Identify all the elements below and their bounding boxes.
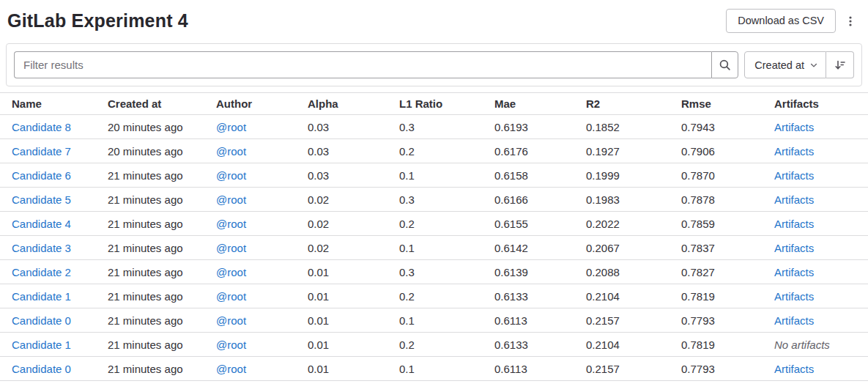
candidate-link[interactable]: Candidate 5 — [12, 193, 71, 206]
candidate-link[interactable]: Candidate 8 — [12, 121, 71, 133]
artifacts-link[interactable]: Artifacts — [774, 266, 814, 278]
cell-l1-ratio: 0.3 — [399, 188, 494, 212]
artifacts-link[interactable]: Artifacts — [774, 218, 814, 230]
col-header-rmse: Rmse — [681, 93, 774, 115]
cell-created-at: 21 minutes ago — [108, 163, 216, 188]
author-link[interactable]: @root — [216, 193, 246, 206]
candidates-table: Name Created at Author Alpha L1 Ratio Ma… — [0, 92, 868, 381]
cell-name: Candidate 7 — [0, 139, 108, 163]
cell-mae: 0.6158 — [494, 163, 586, 188]
header-actions: Download as CSV — [726, 9, 861, 33]
cell-mae: 0.6133 — [494, 333, 586, 357]
author-link[interactable]: @root — [216, 339, 246, 351]
search-group — [14, 51, 738, 78]
cell-author: @root — [216, 308, 308, 333]
cell-created-at: 21 minutes ago — [108, 333, 216, 357]
artifacts-link[interactable]: Artifacts — [774, 242, 814, 254]
cell-artifacts: Artifacts — [774, 139, 868, 163]
artifacts-link[interactable]: Artifacts — [774, 193, 814, 206]
cell-author: @root — [216, 139, 308, 163]
artifacts-link[interactable]: Artifacts — [774, 145, 814, 158]
cell-alpha: 0.02 — [308, 188, 399, 212]
cell-artifacts: Artifacts — [774, 284, 868, 308]
cell-name: Candidate 6 — [0, 163, 108, 188]
author-link[interactable]: @root — [216, 363, 246, 375]
artifacts-link[interactable]: Artifacts — [774, 290, 814, 303]
candidate-link[interactable]: Candidate 4 — [12, 218, 71, 230]
filter-input[interactable] — [14, 51, 711, 78]
table-row: Candidate 2 21 minutes ago @root 0.01 0.… — [0, 260, 868, 284]
table-row: Candidate 5 21 minutes ago @root 0.02 0.… — [0, 188, 868, 212]
cell-artifacts: Artifacts — [774, 308, 868, 333]
cell-mae: 0.6113 — [494, 308, 586, 333]
sort-field-dropdown[interactable]: Created at — [744, 51, 826, 78]
table-row: Candidate 0 21 minutes ago @root 0.01 0.… — [0, 308, 868, 333]
col-header-author: Author — [216, 93, 308, 115]
cell-l1-ratio: 0.1 — [399, 357, 494, 381]
cell-rmse: 0.7819 — [681, 333, 774, 357]
author-link[interactable]: @root — [216, 121, 246, 133]
cell-artifacts: Artifacts — [774, 212, 868, 236]
cell-rmse: 0.7943 — [681, 115, 774, 139]
cell-author: @root — [216, 333, 308, 357]
candidate-link[interactable]: Candidate 2 — [12, 266, 71, 278]
cell-name: Candidate 1 — [0, 284, 108, 308]
candidate-link[interactable]: Candidate 6 — [12, 169, 71, 182]
cell-alpha: 0.01 — [308, 284, 399, 308]
cell-l1-ratio: 0.1 — [399, 236, 494, 260]
col-header-r2: R2 — [586, 93, 681, 115]
cell-r2: 0.2088 — [586, 260, 681, 284]
sort-descending-icon — [834, 59, 846, 71]
cell-mae: 0.6142 — [494, 236, 586, 260]
cell-mae: 0.6113 — [494, 357, 586, 381]
cell-r2: 0.2157 — [586, 357, 681, 381]
cell-author: @root — [216, 188, 308, 212]
table-row: Candidate 6 21 minutes ago @root 0.03 0.… — [0, 163, 868, 188]
col-header-artifacts: Artifacts — [774, 93, 868, 115]
cell-alpha: 0.03 — [308, 163, 399, 188]
cell-author: @root — [216, 357, 308, 381]
cell-rmse: 0.7837 — [681, 236, 774, 260]
cell-l1-ratio: 0.3 — [399, 260, 494, 284]
cell-name: Candidate 0 — [0, 357, 108, 381]
sort-field-label: Created at — [754, 59, 804, 71]
cell-author: @root — [216, 163, 308, 188]
col-header-mae: Mae — [494, 93, 586, 115]
cell-r2: 0.2022 — [586, 212, 681, 236]
cell-author: @root — [216, 115, 308, 139]
author-link[interactable]: @root — [216, 266, 246, 278]
artifacts-link[interactable]: Artifacts — [774, 314, 814, 327]
cell-mae: 0.6193 — [494, 115, 586, 139]
search-button[interactable] — [711, 51, 738, 78]
candidate-link[interactable]: Candidate 3 — [12, 242, 71, 254]
cell-created-at: 20 minutes ago — [108, 139, 216, 163]
candidate-link[interactable]: Candidate 0 — [12, 314, 71, 327]
cell-rmse: 0.7827 — [681, 260, 774, 284]
author-link[interactable]: @root — [216, 242, 246, 254]
candidate-link[interactable]: Candidate 0 — [12, 363, 71, 375]
sort-direction-button[interactable] — [826, 51, 854, 78]
artifacts-link[interactable]: Artifacts — [774, 363, 814, 375]
candidate-link[interactable]: Candidate 1 — [12, 339, 71, 351]
cell-artifacts: No artifacts — [774, 333, 868, 357]
chevron-down-icon — [809, 61, 818, 70]
candidate-link[interactable]: Candidate 7 — [12, 145, 71, 158]
cell-name: Candidate 5 — [0, 188, 108, 212]
artifacts-link[interactable]: Artifacts — [774, 121, 814, 133]
more-actions-button[interactable] — [840, 12, 861, 30]
cell-l1-ratio: 0.2 — [399, 333, 494, 357]
table-row: Candidate 3 21 minutes ago @root 0.02 0.… — [0, 236, 868, 260]
cell-alpha: 0.01 — [308, 333, 399, 357]
artifacts-link[interactable]: Artifacts — [774, 169, 814, 182]
author-link[interactable]: @root — [216, 218, 246, 230]
author-link[interactable]: @root — [216, 169, 246, 182]
cell-r2: 0.2157 — [586, 308, 681, 333]
download-csv-button[interactable]: Download as CSV — [726, 9, 836, 33]
cell-mae: 0.6139 — [494, 260, 586, 284]
candidate-link[interactable]: Candidate 1 — [12, 290, 71, 303]
cell-r2: 0.1927 — [586, 139, 681, 163]
cell-rmse: 0.7906 — [681, 139, 774, 163]
author-link[interactable]: @root — [216, 290, 246, 303]
author-link[interactable]: @root — [216, 314, 246, 327]
author-link[interactable]: @root — [216, 145, 246, 158]
